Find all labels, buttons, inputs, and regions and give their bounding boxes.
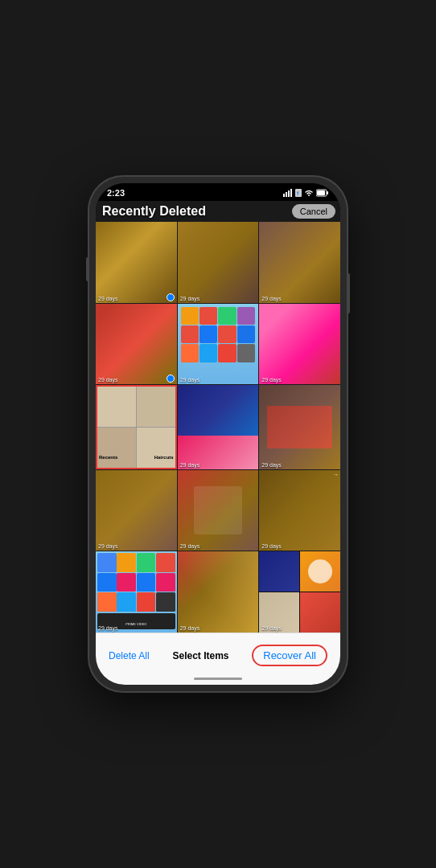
days-label: 29 days (261, 377, 282, 383)
svg-rect-8 (317, 190, 325, 195)
photo-cell[interactable]: 29 days (259, 551, 340, 633)
photo-cell[interactable]: Recents Haircuts (96, 385, 177, 469)
select-items-label: Select Items (172, 650, 228, 661)
cancel-button[interactable]: Cancel (292, 204, 335, 219)
days-label: 29 days (98, 377, 118, 383)
svg-rect-2 (288, 190, 290, 197)
days-label: 29 days (98, 296, 118, 301)
photo-cell[interactable]: 29 days (96, 470, 177, 551)
status-icons: f (283, 189, 329, 197)
photo-grid: 29 days 29 days 29 days 29 days (96, 201, 340, 633)
days-label: 29 days (180, 462, 200, 468)
delete-all-button[interactable]: Delete All (109, 650, 150, 661)
signal-icon (283, 189, 293, 197)
days-label: 29 days (98, 625, 118, 631)
album-title: Recently Deleted (102, 204, 206, 219)
days-label: 29 days (261, 625, 282, 631)
svg-rect-1 (286, 192, 287, 197)
home-bar (194, 678, 242, 680)
wifi-icon (304, 189, 314, 197)
battery-icon (316, 189, 329, 197)
svg-rect-7 (327, 191, 328, 194)
status-time: 2:23 (107, 188, 125, 198)
photo-cell[interactable]: 29 days (178, 222, 259, 303)
phone-frame: 2:23 f (89, 177, 347, 691)
days-label: 29 days (180, 625, 200, 631)
bottom-toolbar: Delete All Select Items Recover All (96, 633, 340, 674)
photo-cell[interactable]: 29 days (178, 385, 259, 469)
select-circle (167, 293, 175, 301)
photo-cell[interactable]: 29 days (259, 385, 340, 469)
photo-cell[interactable]: 29 days (178, 470, 259, 551)
days-label: 29 days (98, 543, 118, 549)
photo-cell[interactable]: 29 days (259, 304, 340, 385)
photo-cell[interactable]: 29 days (96, 222, 177, 303)
select-circle (167, 375, 175, 383)
photos-area: Recently Deleted Cancel 29 days 29 days … (96, 201, 340, 633)
days-label: 29 days (261, 296, 282, 301)
photo-cell[interactable]: 29 days → (259, 470, 340, 551)
days-label: 29 days (261, 543, 282, 549)
home-indicator (96, 674, 340, 685)
phone-screen: 2:23 f (96, 183, 340, 685)
days-label: 29 days (180, 543, 200, 549)
photo-cell[interactable]: 29 days (178, 551, 259, 633)
days-label: 29 days (180, 296, 200, 301)
svg-rect-3 (290, 189, 292, 197)
photo-cell[interactable]: 29 days (96, 304, 177, 385)
social-icon: f (295, 189, 302, 197)
svg-rect-0 (283, 194, 285, 197)
status-bar: 2:23 f (96, 183, 340, 201)
photo-cell[interactable]: 29 days (178, 304, 259, 385)
days-label: 29 days (261, 462, 282, 468)
recover-all-button[interactable]: Recover All (252, 645, 327, 666)
photo-cell[interactable]: 29 days (259, 222, 340, 303)
days-label: 29 days (180, 377, 200, 383)
photo-cell[interactable]: PRIME VIDEO 29 days (96, 551, 177, 633)
